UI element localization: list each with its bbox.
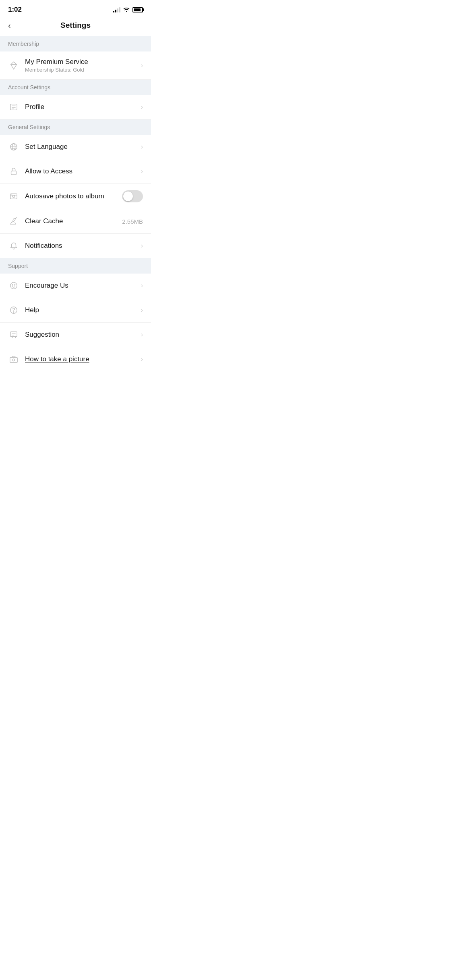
menu-item-notifications[interactable]: Notifications › xyxy=(0,234,151,258)
svg-line-14 xyxy=(16,218,17,218)
svg-point-11 xyxy=(12,195,15,198)
menu-item-premium-service[interactable]: My Premium Service Membership Status: Go… xyxy=(0,51,151,80)
svg-point-17 xyxy=(14,284,15,285)
section-support-header: Support xyxy=(0,258,151,274)
help-title: Help xyxy=(25,306,141,314)
bell-icon xyxy=(8,240,19,251)
svg-point-15 xyxy=(10,282,17,289)
section-support-label: Support xyxy=(8,263,28,269)
menu-item-clear-cache[interactable]: Clear Cache 2.55MB xyxy=(0,209,151,234)
camera-icon xyxy=(8,354,19,365)
menu-item-how-to-picture[interactable]: How to take a picture › xyxy=(0,347,151,371)
chevron-right-icon: › xyxy=(141,103,143,111)
section-general-label: General Settings xyxy=(8,124,50,130)
svg-rect-23 xyxy=(10,357,17,362)
section-membership-header: Membership xyxy=(0,36,151,51)
status-time: 1:02 xyxy=(8,6,22,14)
help-icon xyxy=(8,305,19,316)
svg-point-24 xyxy=(12,359,15,361)
clear-cache-title: Clear Cache xyxy=(25,217,122,225)
menu-item-allow-access[interactable]: Allow to Access › xyxy=(0,159,151,184)
section-account-label: Account Settings xyxy=(8,84,50,91)
allow-access-title: Allow to Access xyxy=(25,167,141,175)
menu-item-encourage-us[interactable]: Encourage Us › xyxy=(0,274,151,298)
svg-rect-9 xyxy=(11,171,17,175)
chevron-right-icon: › xyxy=(141,282,143,289)
profile-title: Profile xyxy=(25,103,141,111)
settings-content: Membership My Premium Service Membership… xyxy=(0,36,151,371)
chevron-right-icon: › xyxy=(141,143,143,150)
chevron-right-icon: › xyxy=(141,242,143,249)
menu-item-set-language[interactable]: Set Language › xyxy=(0,135,151,159)
cache-size: 2.55MB xyxy=(122,218,143,225)
chevron-right-icon: › xyxy=(141,331,143,338)
signal-icon xyxy=(113,7,120,12)
smile-icon xyxy=(8,280,19,291)
status-icons xyxy=(113,6,143,13)
autosave-toggle[interactable] xyxy=(122,190,143,202)
globe-icon xyxy=(8,141,19,152)
menu-item-autosave[interactable]: Autosave photos to album xyxy=(0,184,151,209)
chevron-right-icon: › xyxy=(141,307,143,314)
encourage-us-title: Encourage Us xyxy=(25,282,141,290)
notifications-title: Notifications xyxy=(25,242,141,250)
profile-icon xyxy=(8,101,19,113)
svg-rect-20 xyxy=(10,332,17,337)
chevron-right-icon: › xyxy=(141,356,143,363)
svg-point-16 xyxy=(12,284,13,285)
wifi-icon xyxy=(123,6,130,13)
set-language-title: Set Language xyxy=(25,143,141,151)
battery-icon xyxy=(132,7,143,12)
menu-item-suggestion[interactable]: Suggestion › xyxy=(0,323,151,347)
section-account-header: Account Settings xyxy=(0,80,151,95)
chat-icon xyxy=(8,329,19,340)
status-bar: 1:02 xyxy=(0,0,151,17)
premium-service-subtitle: Membership Status: Gold xyxy=(25,67,141,73)
how-to-picture-title: How to take a picture xyxy=(25,355,141,363)
photo-icon xyxy=(8,191,19,202)
premium-service-title: My Premium Service xyxy=(25,58,141,66)
back-button[interactable]: ‹ xyxy=(8,21,11,30)
lock-icon xyxy=(8,166,19,177)
broom-icon xyxy=(8,216,19,227)
svg-point-19 xyxy=(13,312,14,313)
chevron-right-icon: › xyxy=(141,168,143,175)
autosave-title: Autosave photos to album xyxy=(25,192,122,200)
menu-item-help[interactable]: Help › xyxy=(0,298,151,323)
section-membership-label: Membership xyxy=(8,41,39,47)
page-title: Settings xyxy=(60,21,91,30)
suggestion-title: Suggestion xyxy=(25,331,141,339)
section-general-header: General Settings xyxy=(0,119,151,135)
svg-rect-10 xyxy=(10,194,17,199)
diamond-icon xyxy=(8,60,19,71)
page-header: ‹ Settings xyxy=(0,17,151,36)
menu-item-profile[interactable]: Profile › xyxy=(0,95,151,119)
chevron-right-icon: › xyxy=(141,62,143,69)
